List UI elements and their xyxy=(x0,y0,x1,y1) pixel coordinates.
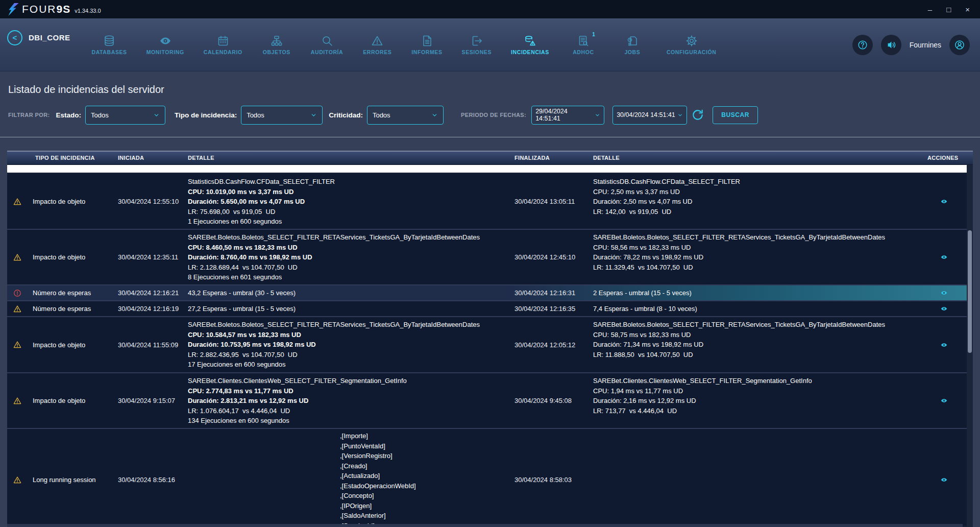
filter-by-label: FILTRAR POR: xyxy=(8,112,50,118)
incident-start-detail: SAREBet.Clientes.ClientesWeb_SELECT_FILT… xyxy=(181,373,510,428)
view-incident-button[interactable] xyxy=(921,373,967,428)
app-version: v1.34.33.0 xyxy=(75,8,101,14)
nav-item-configuracion[interactable]: CONFIGURACIÓN xyxy=(667,35,717,55)
view-incident-button[interactable] xyxy=(921,174,967,229)
nav-item-objetos[interactable]: OBJETOS xyxy=(262,35,291,55)
page-title: Listado de incidencias del servidor xyxy=(8,84,972,95)
chevron-down-icon xyxy=(310,112,317,118)
view-incident-button[interactable] xyxy=(921,301,967,316)
incident-start-detail: ,[Importe],[PuntoVentaId],[VersionRegist… xyxy=(181,429,510,527)
document-icon xyxy=(421,35,433,47)
nav-item-informes[interactable]: INFORMES xyxy=(411,35,442,55)
incident-type: Impacto de objeto xyxy=(28,174,112,229)
filter-bar: FILTRAR POR: Estado: Todos Tipo de incid… xyxy=(8,105,972,125)
date-to-picker[interactable]: 30/04/2024 14:51:41 xyxy=(612,106,687,125)
table-row[interactable]: Long running session 30/04/2024 8:56:16 … xyxy=(7,429,973,526)
incident-type: Long running session xyxy=(28,429,112,527)
buscar-button[interactable]: BUSCAR xyxy=(713,106,758,124)
view-incident-button[interactable] xyxy=(921,230,967,284)
nav-item-errores[interactable]: ERRORES xyxy=(362,35,392,55)
warning-severity-icon xyxy=(7,230,28,284)
incident-type: Número de esperas xyxy=(28,301,112,316)
back-chevron-icon: < xyxy=(13,33,17,42)
eye-icon xyxy=(939,305,949,312)
app-logo: FOUR9S v1.34.33.0 xyxy=(22,3,101,15)
criticidad-dropdown[interactable]: Todos xyxy=(367,106,444,125)
nav-label: OBJETOS xyxy=(263,49,290,55)
tipo-incidencia-value: Todos xyxy=(247,111,264,119)
incident-end-detail: SAREBet.Boletos.Boletos_SELECT_FILTER_RE… xyxy=(589,317,921,372)
calendar-icon xyxy=(217,35,229,47)
user-avatar-button[interactable] xyxy=(949,35,970,55)
nav-label: SESIONES xyxy=(462,49,492,55)
col-iniciada: INICIADA xyxy=(112,155,181,161)
table-filter-row[interactable] xyxy=(7,164,967,174)
window-titlebar: FOUR9S v1.34.33.0 – □ × xyxy=(0,0,980,18)
brand-text-light: FOUR xyxy=(22,3,57,15)
criticidad-value: Todos xyxy=(373,111,390,119)
database-icon xyxy=(103,35,115,47)
nav-item-incidencias[interactable]: INCIDENCIAS xyxy=(511,35,549,55)
nav-label: CONFIGURACIÓN xyxy=(667,49,717,55)
date-from-picker[interactable]: 29/04/2024 14:51:41 xyxy=(531,106,604,125)
refresh-button[interactable] xyxy=(691,108,704,122)
date-from-value: 29/04/2024 14:51:41 xyxy=(535,108,593,122)
nav-label: CALENDARIO xyxy=(204,49,242,55)
warning-triangle-icon xyxy=(371,35,383,47)
estado-dropdown[interactable]: Todos xyxy=(85,106,165,125)
table-row[interactable]: Impacto de objeto 30/04/2024 11:55:09 SA… xyxy=(7,317,973,373)
nav-label: MONITORING xyxy=(146,49,184,55)
nav-right-actions: Fournines xyxy=(852,35,970,55)
context-title: DBI_CORE xyxy=(29,33,70,42)
col-detalle-fin: DETALLE xyxy=(589,155,921,161)
col-tipo-incidencia: TIPO DE INCIDENCIA xyxy=(28,155,112,161)
table-row[interactable]: Impacto de objeto 30/04/2024 9:15:07 SAR… xyxy=(7,373,973,429)
incident-start-time: 30/04/2024 12:35:11 xyxy=(112,230,181,284)
view-incident-button[interactable] xyxy=(921,429,967,527)
table-horizontal-scrollbar[interactable] xyxy=(7,524,963,527)
incident-start-time: 30/04/2024 12:16:21 xyxy=(112,285,181,300)
nav-item-adhoc[interactable]: 1 ADHOC xyxy=(569,35,598,55)
sound-button[interactable] xyxy=(881,35,901,55)
incident-end-detail: 7,4 Esperas - umbral (8 - 10 veces) xyxy=(589,301,921,316)
help-button[interactable] xyxy=(852,35,873,55)
help-icon xyxy=(857,39,868,51)
tipo-incidencia-dropdown[interactable]: Todos xyxy=(241,106,323,125)
nav-item-jobs[interactable]: JOBS xyxy=(618,35,647,55)
back-button[interactable]: < xyxy=(7,30,22,45)
incident-end-time: 30/04/2024 12:05:12 xyxy=(510,317,589,372)
close-button[interactable]: × xyxy=(965,6,970,13)
table-row[interactable]: Impacto de objeto 30/04/2024 12:35:11 SA… xyxy=(7,230,973,285)
date-to-value: 30/04/2024 14:51:41 xyxy=(617,111,675,118)
content-header: Listado de incidencias del servidor FILT… xyxy=(0,71,980,137)
table-vertical-scrollbar[interactable] xyxy=(967,165,973,527)
incident-end-time: 30/04/2024 12:16:35 xyxy=(510,301,589,316)
nav-label: ADHOC xyxy=(573,49,594,55)
incident-start-time: 30/04/2024 8:56:16 xyxy=(112,429,181,527)
view-incident-button[interactable] xyxy=(921,317,967,372)
view-incident-button[interactable] xyxy=(921,285,967,300)
refresh-icon xyxy=(691,108,704,122)
incident-end-detail: 2 Esperas - umbral (15 - 5 veces) xyxy=(589,285,921,300)
incident-end-time: 30/04/2024 9:45:08 xyxy=(510,373,589,428)
table-row[interactable]: Impacto de objeto 30/04/2024 12:55:10 St… xyxy=(7,174,973,230)
table-row-selected[interactable]: Número de esperas 30/04/2024 12:16:21 43… xyxy=(7,285,973,301)
nav-item-sesiones[interactable]: SESIONES xyxy=(462,35,492,55)
incident-type: Impacto de objeto xyxy=(28,230,112,284)
nav-item-auditoria[interactable]: AUDITORÍA xyxy=(311,35,344,55)
incident-end-detail: SAREBet.Boletos.Boletos_SELECT_FILTER_RE… xyxy=(589,230,921,284)
minimize-button[interactable]: – xyxy=(928,6,932,13)
sitemap-icon xyxy=(271,35,283,47)
warning-severity-icon xyxy=(7,174,28,229)
nav-item-databases[interactable]: DATABASES xyxy=(92,35,127,55)
col-finalizada: FINALIZADA xyxy=(510,155,589,161)
table-row[interactable]: Número de esperas 30/04/2024 12:16:19 27… xyxy=(7,301,973,317)
nav-item-calendario[interactable]: CALENDARIO xyxy=(204,35,242,55)
scrollbar-thumb[interactable] xyxy=(968,230,972,353)
nav-label: INFORMES xyxy=(411,49,442,55)
maximize-button[interactable]: □ xyxy=(946,6,951,13)
eye-icon xyxy=(939,254,949,260)
incident-type: Impacto de objeto xyxy=(28,317,112,372)
estado-label: Estado: xyxy=(56,111,82,119)
nav-item-monitoring[interactable]: MONITORING xyxy=(146,35,184,55)
